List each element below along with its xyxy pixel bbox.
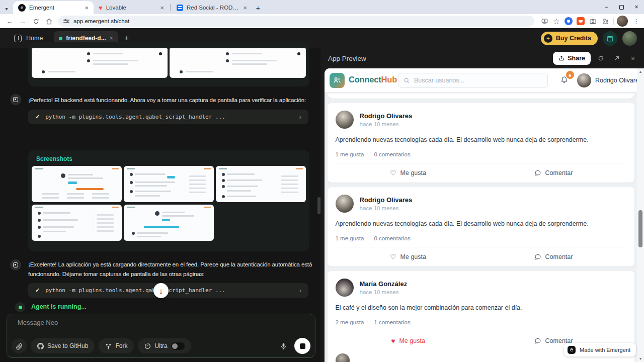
panel-resize-handle[interactable] — [317, 197, 320, 214]
gift-button[interactable] — [603, 31, 617, 46]
post-author-name[interactable]: Rodrigo Olivares — [360, 196, 413, 204]
home-panel-icon[interactable] — [14, 35, 22, 42]
screenshot-thumbnail[interactable] — [216, 166, 306, 202]
heart-filled-icon: ♥ — [391, 337, 395, 344]
command-row[interactable]: ✓ python -m plugins.tools.agent.qabot_sc… — [28, 110, 308, 124]
browser-profile-avatar[interactable] — [616, 15, 628, 27]
browser-tab-lovable[interactable]: ♥ Lovable × — [94, 1, 169, 14]
screenshot-thumbnail[interactable] — [32, 166, 122, 202]
window-maximize-button[interactable] — [614, 0, 629, 14]
attach-paperclip-icon[interactable] — [12, 338, 27, 353]
chevron-right-icon[interactable]: › — [299, 287, 301, 294]
address-bar[interactable]: app.emergent.sh/chat — [58, 16, 534, 27]
save-to-github-button[interactable]: Save to GitHub — [31, 338, 95, 353]
extension-orange-icon[interactable] — [575, 15, 587, 27]
buy-credits-button[interactable]: ✦ Buy Credits — [541, 32, 598, 45]
microphone-icon[interactable] — [276, 339, 290, 353]
comment-button[interactable]: Comentar — [481, 169, 626, 176]
browser-tab-emergent[interactable]: e Emergent × — [13, 1, 94, 14]
post-time: hace 10 meses — [360, 121, 413, 127]
tab-close-icon[interactable]: × — [160, 5, 164, 11]
scrollbar-thumb[interactable] — [638, 210, 642, 247]
agent-status-text: Agent is running... — [31, 303, 87, 310]
back-icon[interactable]: ← — [3, 15, 16, 27]
refresh-icon[interactable] — [595, 52, 607, 64]
user-avatar[interactable] — [622, 31, 637, 46]
scroll-to-bottom-button[interactable]: ↓ — [153, 283, 169, 298]
screenshot-thumbnail[interactable] — [32, 48, 168, 78]
made-with-emergent-badge[interactable]: e Made with Emergent — [564, 343, 636, 356]
post-author-avatar[interactable] — [336, 279, 354, 297]
post-like-count: 2 me gusta — [336, 319, 364, 325]
screenshot-thumbnail[interactable] — [124, 205, 214, 241]
screenshot-thumbnail[interactable] — [32, 205, 122, 241]
home-label[interactable]: Home — [26, 35, 43, 42]
browser-tab-red-social[interactable]: Red Social - RODRIGOOLIVARE × — [172, 1, 252, 14]
connecthub-logo[interactable] — [330, 73, 345, 88]
current-user-avatar[interactable] — [577, 73, 591, 87]
credits-coin-icon: ✦ — [544, 34, 552, 43]
heart-outline-icon: ♡ — [390, 253, 396, 260]
browser-menu-icon[interactable]: ⋮ — [628, 18, 644, 25]
ultra-toggle[interactable] — [171, 342, 185, 350]
tab-search-chevron-icon[interactable]: ▾ — [0, 3, 13, 14]
open-external-icon[interactable] — [611, 52, 623, 64]
screenshots-grid — [32, 166, 306, 241]
screenshots-title: Screenshots — [36, 155, 72, 162]
ultra-toggle-button[interactable]: Ultra — [138, 338, 191, 353]
post-author-name[interactable]: María González — [360, 280, 408, 288]
stop-button[interactable] — [294, 338, 310, 354]
current-user-name[interactable]: Rodrigo Olivares — [595, 77, 642, 84]
new-project-tab-button[interactable]: + — [124, 34, 129, 43]
project-tab-close-icon[interactable]: × — [110, 35, 113, 42]
fork-button[interactable]: Fork — [99, 338, 134, 353]
screenshot-thumbnail[interactable] — [170, 48, 306, 78]
preview-header: App Preview Share × — [320, 48, 644, 68]
bookmark-star-icon[interactable]: ☆ — [550, 15, 562, 27]
emergent-logo-icon: e — [568, 346, 576, 354]
screenshot-camera-icon[interactable] — [587, 15, 599, 27]
browser-tabstrip: ▾ e Emergent × ♥ Lovable × Red Social - … — [0, 0, 644, 14]
check-icon: ✓ — [35, 114, 40, 120]
new-tab-button[interactable]: + — [252, 2, 264, 14]
comment-button[interactable]: Comentar — [481, 253, 626, 260]
check-icon: ✓ — [35, 287, 40, 294]
search-input[interactable] — [414, 77, 542, 84]
tab-close-icon[interactable]: × — [85, 5, 89, 11]
extension-blue-icon[interactable] — [562, 15, 575, 27]
scrollbar-down-icon[interactable]: ▼ — [637, 357, 644, 360]
connecthub-brand[interactable]: ConnectHub — [349, 75, 397, 84]
home-icon[interactable] — [42, 15, 55, 27]
project-tab-label: friendfeed-d... — [66, 35, 106, 42]
extensions-puzzle-icon[interactable] — [599, 15, 611, 27]
scrollbar-up-icon[interactable]: ▲ — [637, 70, 644, 73]
post-author-avatar[interactable] — [336, 111, 354, 129]
message-input[interactable]: Message Neo Save to GitHub Fork — [6, 314, 316, 358]
post-card: Rodrigo Olivares hace 10 meses Aprendien… — [328, 103, 634, 183]
share-button[interactable]: Share — [553, 52, 591, 65]
like-button[interactable]: ♡ Me gusta — [336, 253, 481, 260]
site-settings-icon[interactable] — [63, 20, 69, 23]
url-text: app.emergent.sh/chat — [73, 18, 129, 24]
tab-title: Emergent — [29, 5, 81, 11]
preview-scrollbar[interactable]: ▲ ▼ — [637, 68, 644, 362]
chevron-right-icon[interactable]: › — [299, 113, 301, 121]
forward-icon[interactable]: → — [16, 15, 29, 27]
window-close-button[interactable]: × — [629, 0, 644, 14]
doc-favicon — [177, 5, 183, 11]
post-comment-count: 1 comentarios — [374, 319, 410, 325]
reload-icon[interactable] — [29, 15, 42, 27]
post-author-avatar[interactable] — [336, 195, 354, 213]
user-search-box[interactable] — [398, 73, 548, 88]
tab-close-icon[interactable]: × — [243, 5, 247, 11]
close-preview-icon[interactable]: × — [627, 52, 639, 64]
window-minimize-button[interactable]: − — [599, 0, 614, 14]
save-page-icon[interactable] — [538, 15, 550, 27]
post-author-name[interactable]: Rodrigo Olivares — [360, 112, 413, 120]
preview-title: App Preview — [328, 55, 366, 62]
notifications-bell-icon[interactable]: 6 — [560, 74, 572, 86]
screenshot-thumbnail[interactable] — [124, 166, 214, 202]
comment-bubble-icon — [534, 169, 541, 176]
like-button[interactable]: ♡ Me gusta — [336, 169, 481, 176]
like-button[interactable]: ♥ Me gusta — [336, 337, 481, 344]
